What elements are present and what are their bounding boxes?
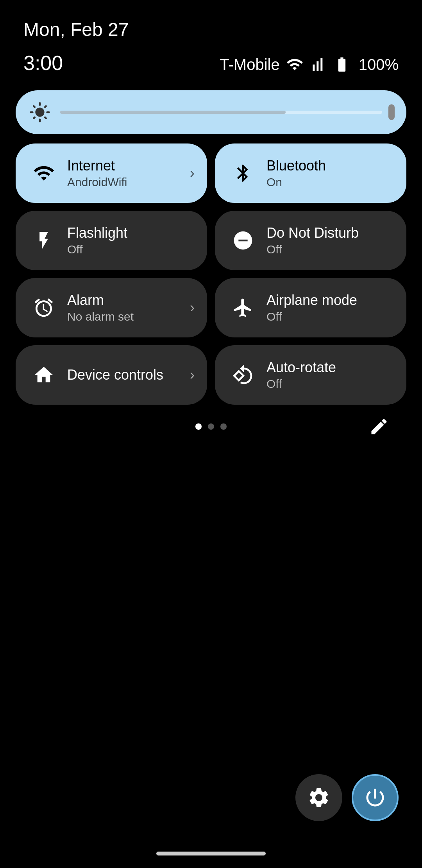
brightness-slider[interactable] <box>16 90 406 134</box>
alarm-tile-text: Alarm No alarm set <box>67 292 134 323</box>
bluetooth-subtitle: On <box>266 176 326 189</box>
auto-rotate-tile-text: Auto-rotate Off <box>266 359 336 391</box>
dnd-title: Do Not Disturb <box>266 225 359 241</box>
airplane-icon <box>231 295 256 320</box>
bottom-buttons <box>295 774 399 821</box>
auto-rotate-tile[interactable]: Auto-rotate Off <box>215 345 406 405</box>
internet-tile[interactable]: Internet AndroidWifi › <box>16 143 207 203</box>
bluetooth-tile-text: Bluetooth On <box>266 158 326 189</box>
edit-button[interactable] <box>367 415 391 438</box>
flashlight-subtitle: Off <box>67 243 127 256</box>
flashlight-tile[interactable]: Flashlight Off <box>16 211 207 270</box>
signal-icon <box>309 56 325 73</box>
internet-arrow-icon: › <box>190 165 195 181</box>
status-bar: Mon, Feb 27 <box>0 0 422 48</box>
device-controls-title: Device controls <box>67 367 163 383</box>
home-bar <box>156 852 266 855</box>
page-dot-1[interactable] <box>195 423 202 430</box>
page-dot-3[interactable] <box>220 423 227 430</box>
alarm-tile[interactable]: Alarm No alarm set › <box>16 278 207 337</box>
status-row: 3:00 T-Mobile 100% <box>0 51 422 75</box>
device-controls-arrow-icon: › <box>190 367 195 383</box>
internet-tile-text: Internet AndroidWifi <box>67 158 127 189</box>
airplane-subtitle: Off <box>266 310 357 323</box>
bluetooth-tile[interactable]: Bluetooth On <box>215 143 406 203</box>
tiles-grid: Internet AndroidWifi › Bluetooth On <box>16 143 406 405</box>
carrier-label: T-Mobile <box>220 56 279 74</box>
brightness-handle[interactable] <box>388 104 395 120</box>
battery-label: 100% <box>359 56 399 74</box>
settings-button[interactable] <box>295 774 342 821</box>
battery-icon <box>331 56 352 73</box>
status-time: 3:00 <box>23 51 63 75</box>
bluetooth-title: Bluetooth <box>266 158 326 174</box>
bluetooth-icon <box>231 161 256 186</box>
alarm-title: Alarm <box>67 292 134 308</box>
flashlight-title: Flashlight <box>67 225 127 241</box>
status-right: T-Mobile 100% <box>220 53 399 74</box>
airplane-title: Airplane mode <box>266 292 357 308</box>
brightness-fill <box>60 111 286 114</box>
home-icon <box>31 362 56 387</box>
wifi-icon <box>31 161 56 186</box>
quick-settings-panel: Internet AndroidWifi › Bluetooth On <box>0 75 422 430</box>
page-indicators <box>16 423 406 430</box>
flashlight-icon <box>31 228 56 253</box>
device-controls-tile[interactable]: Device controls › <box>16 345 207 405</box>
page-dot-2[interactable] <box>208 423 214 430</box>
flashlight-tile-text: Flashlight Off <box>67 225 127 256</box>
airplane-tile-text: Airplane mode Off <box>266 292 357 323</box>
airplane-tile[interactable]: Airplane mode Off <box>215 278 406 337</box>
device-controls-tile-text: Device controls <box>67 367 163 383</box>
internet-title: Internet <box>67 158 127 174</box>
dnd-icon <box>231 228 256 253</box>
internet-subtitle: AndroidWifi <box>67 176 127 189</box>
auto-rotate-title: Auto-rotate <box>266 359 336 376</box>
auto-rotate-subtitle: Off <box>266 377 336 391</box>
status-date: Mon, Feb 27 <box>23 19 129 40</box>
dnd-tile-text: Do Not Disturb Off <box>266 225 359 256</box>
alarm-arrow-icon: › <box>190 299 195 316</box>
alarm-icon <box>31 295 56 320</box>
rotate-icon <box>231 362 256 387</box>
wifi-status-icon <box>286 56 303 73</box>
dnd-tile[interactable]: Do Not Disturb Off <box>215 211 406 270</box>
power-button[interactable] <box>352 774 399 821</box>
brightness-track[interactable] <box>60 111 382 114</box>
dnd-subtitle: Off <box>266 243 359 256</box>
brightness-icon <box>27 100 52 125</box>
alarm-subtitle: No alarm set <box>67 310 134 323</box>
